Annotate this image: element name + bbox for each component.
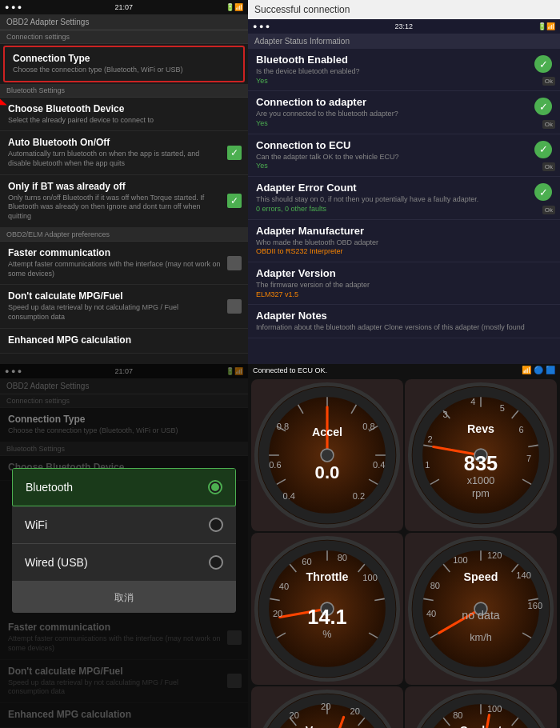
svg-text:Accel: Accel	[312, 426, 342, 438]
svg-text:80: 80	[430, 581, 440, 590]
dialog-cancel-button[interactable]: 取消	[12, 582, 236, 613]
svg-text:%: %	[322, 629, 331, 640]
svg-text:5: 5	[500, 403, 505, 413]
vacuum-gauge: Vacuum 16.1 in/Hg 20 12 20 20 20	[251, 686, 403, 728]
connection-adapter-desc: Are you connected to the bluetooth adapt…	[256, 110, 528, 119]
svg-text:0.6: 0.6	[269, 460, 281, 470]
faster-comm-desc: Attempt faster communications with the i…	[8, 260, 221, 278]
connection-type-desc: Choose the connection type (Bluetooth, W…	[13, 66, 235, 75]
throttle-gauge-svg: Throttle 14.1 % 20 40 60 80 100	[251, 533, 403, 685]
svg-text:0.4: 0.4	[283, 491, 295, 501]
adapter-status-time: 23:12	[394, 22, 413, 30]
ecu-status-text: Connected to ECU OK.	[253, 366, 327, 374]
no-mpg-title: Don't calculate MPG/Fuel	[8, 290, 221, 302]
choose-bluetooth-item[interactable]: Choose Bluetooth Device Select the alrea…	[0, 98, 248, 132]
svg-text:100: 100	[453, 555, 467, 565]
radio-dot	[211, 483, 219, 491]
manufacturer-title: Adapter Manufacturer	[256, 225, 552, 237]
connection-adapter-value: Yes	[256, 119, 528, 129]
notes-desc: Information about the bluetooth adapter …	[256, 323, 552, 333]
bluetooth-enabled-desc: Is the device bluetooth enabled?	[256, 67, 528, 77]
version-content: Adapter Version The firmware version of …	[256, 267, 552, 299]
svg-text:80: 80	[338, 553, 347, 562]
svg-text:0.0: 0.0	[315, 462, 340, 482]
connection-adapter-content: Connection to adapter Are you connected …	[256, 96, 528, 128]
top-left-panel: ● ● ● 21:07 🔋📶 OBD2 Adapter Settings Con…	[0, 0, 248, 364]
svg-text:Throttle: Throttle	[306, 570, 348, 583]
svg-text:40: 40	[426, 609, 436, 618]
svg-text:140: 140	[516, 570, 530, 580]
connection-adapter-check: ✓	[534, 98, 552, 115]
no-mpg-desc: Speed up data retrieval by not calculati…	[8, 303, 221, 322]
adapter-info-panel: Bluetooth Enabled Is the device bluetoot…	[248, 49, 560, 364]
bluetooth-settings-header: Bluetooth Settings	[0, 84, 248, 98]
connection-ecu-desc: Can the adapter talk OK to the vehicle E…	[256, 153, 528, 162]
svg-text:rpm: rpm	[472, 488, 490, 499]
version-title: Adapter Version	[256, 267, 552, 279]
usb-radio-unselected[interactable]	[209, 555, 223, 570]
top-right-panel: Successful connection ● ● ● 23:12 🔋📶 Ada…	[248, 0, 560, 364]
ok-badge-3: Ok	[542, 162, 555, 171]
bottom-right-panel: Connected to ECU OK. 📶 🔵 🟦	[248, 364, 560, 728]
manufacturer-content: Adapter Manufacturer Who made the blueto…	[256, 225, 552, 257]
bluetooth-radio-selected[interactable]	[208, 480, 222, 494]
error-count-desc: This should stay on 0, if not then you p…	[256, 195, 528, 205]
svg-text:2: 2	[428, 434, 433, 444]
elm-section-label: OBD2/ELM Adapter preferences	[6, 230, 110, 238]
checkbox-unchecked-icon	[227, 256, 242, 270]
adapter-title-bar: Adapter Status Information	[248, 34, 560, 49]
top-left-status-bar: ● ● ● 21:07 🔋📶	[0, 0, 248, 14]
notes-title: Adapter Notes	[256, 310, 552, 322]
no-mpg-checkbox[interactable]	[227, 299, 242, 314]
adapter-status-icons-right: 🔋📶	[538, 22, 555, 30]
app-title: OBD2 Adapter Settings	[6, 18, 89, 26]
dialog-usb-option[interactable]: Wired (USB)	[12, 544, 236, 582]
bt-already-off-checkbox[interactable]: ✓	[227, 194, 242, 208]
faster-comm-item[interactable]: Faster communication Attempt faster comm…	[0, 242, 248, 285]
svg-text:40: 40	[279, 582, 289, 591]
wifi-radio-unselected[interactable]	[209, 518, 223, 532]
version-value: ELM327 v1.5	[256, 290, 552, 300]
svg-point-12	[321, 449, 334, 462]
connection-type-title: Connection Type	[13, 53, 235, 64]
adapter-status-icons: ● ● ●	[253, 22, 270, 30]
version-item: Adapter Version The firmware version of …	[248, 262, 560, 305]
ecu-status-bar: Connected to ECU OK. 📶 🔵 🟦	[248, 364, 560, 376]
svg-text:Coolant: Coolant	[459, 724, 502, 728]
connection-ecu-check: ✓	[534, 141, 552, 158]
svg-text:835: 835	[464, 452, 498, 474]
auto-bluetooth-desc: Automatically turn bluetooth on when the…	[8, 150, 221, 168]
error-count-title: Adapter Error Count	[256, 182, 528, 194]
dialog-bluetooth-option[interactable]: Bluetooth	[12, 468, 236, 506]
auto-bluetooth-item[interactable]: Auto Bluetooth On/Off Automatically turn…	[0, 131, 248, 174]
revs-gauge-svg: Revs 835 x1000 rpm 1 2 3 4 5 6 7	[405, 379, 557, 531]
svg-text:14.1: 14.1	[307, 606, 346, 628]
adapter-app-title: Adapter Status Information	[254, 37, 350, 46]
bt-already-off-item[interactable]: Only if BT was already off Only turns on…	[0, 175, 248, 228]
error-count-value: 0 errors, 0 other faults	[256, 205, 528, 214]
no-mpg-item[interactable]: Don't calculate MPG/Fuel Speed up data r…	[0, 285, 248, 328]
dialog-wifi-option[interactable]: WiFi	[12, 506, 236, 544]
success-label: Successful connection	[248, 0, 560, 19]
connection-adapter-title: Connection to adapter	[256, 96, 528, 108]
svg-text:Revs: Revs	[467, 422, 494, 435]
svg-text:100: 100	[362, 573, 377, 582]
faster-comm-checkbox[interactable]	[227, 256, 242, 270]
connection-type-item[interactable]: Connection Type Choose the connection ty…	[3, 46, 245, 82]
connection-settings-header: Connection settings	[0, 30, 248, 44]
svg-text:km/h: km/h	[470, 632, 491, 643]
elm-prefs-header: OBD2/ELM Adapter preferences	[0, 228, 248, 242]
svg-text:6: 6	[519, 425, 524, 434]
bluetooth-enabled-item: Bluetooth Enabled Is the device bluetoot…	[248, 49, 560, 91]
speed-gauge: Speed no data km/h 40 80 100 120 140 160	[405, 533, 557, 685]
svg-text:4: 4	[470, 397, 475, 406]
faster-comm-title: Faster communication	[8, 247, 221, 258]
enhanced-mpg-item[interactable]: Enhanced MPG calculation	[0, 329, 248, 354]
svg-text:20: 20	[321, 702, 330, 711]
svg-text:120: 120	[487, 550, 502, 560]
ok-badge-2: Ok	[542, 120, 555, 129]
auto-bluetooth-checkbox[interactable]: ✓	[227, 146, 242, 160]
svg-text:20: 20	[273, 609, 282, 618]
accel-gauge-svg: Accel 0.0 0.8 0.8 0.6 0.4 0.4 0.2	[251, 379, 403, 531]
status-icons-left: ● ● ●	[5, 3, 22, 11]
